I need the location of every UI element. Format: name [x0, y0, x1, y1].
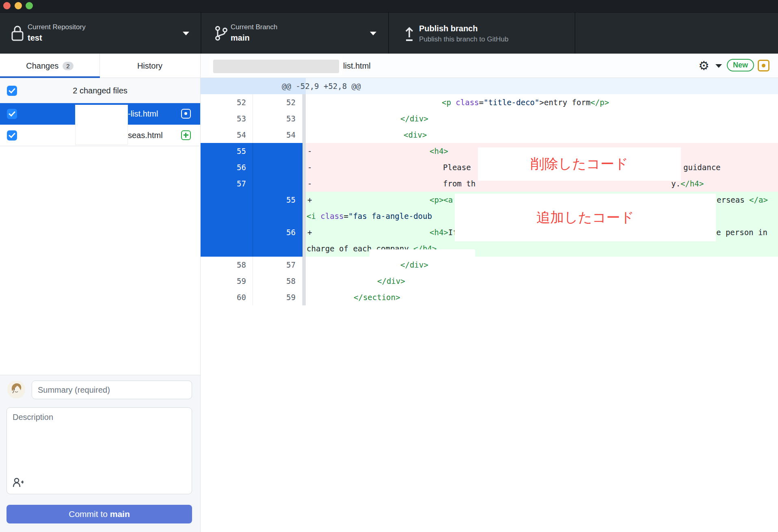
- lock-icon: [11, 25, 27, 41]
- old-line-number[interactable]: 57: [201, 175, 253, 192]
- old-line-number[interactable]: 52: [201, 94, 253, 110]
- commit-button[interactable]: Commit to main: [6, 505, 192, 523]
- titlebar: [0, 0, 778, 12]
- old-line-number[interactable]: [201, 192, 253, 224]
- gutter-divider: [303, 110, 306, 127]
- added-code-annotation: 追加したコード: [455, 194, 716, 241]
- tab-changes-label: Changes: [26, 61, 58, 71]
- diff-line: 5353</div>: [201, 110, 778, 127]
- code-line: </div>: [306, 273, 778, 289]
- summary-input[interactable]: [32, 381, 192, 399]
- current-repository-dropdown[interactable]: Current Repository test: [0, 13, 201, 54]
- old-line-number[interactable]: 53: [201, 110, 253, 127]
- sidebar: Changes 2 History 2 changed files -list.…: [0, 54, 201, 532]
- file-name: -list.html: [128, 103, 158, 125]
- old-line-number[interactable]: 59: [201, 273, 253, 289]
- file-checkbox[interactable]: [7, 109, 17, 119]
- old-line-number[interactable]: 56: [201, 159, 253, 175]
- gutter-divider: [303, 94, 306, 110]
- diff-line: 6059</section>: [201, 289, 778, 305]
- avatar: [7, 381, 25, 398]
- chevron-down-icon: [370, 32, 376, 35]
- publish-branch-subtitle: Publish this branch to GitHub: [419, 34, 508, 45]
- publish-branch-button[interactable]: Publish branch Publish this branch to Gi…: [389, 13, 575, 54]
- chevron-down-icon: [183, 32, 189, 35]
- publish-branch-title: Publish branch: [419, 23, 508, 34]
- diff-line: 5958</div>: [201, 273, 778, 289]
- modified-file-icon: [181, 109, 191, 119]
- github-desktop-window: Current Repository test Current Branch m…: [0, 0, 778, 532]
- close-window-button[interactable]: [3, 2, 11, 9]
- old-line-number[interactable]: 58: [201, 257, 253, 273]
- new-line-number[interactable]: 53: [253, 110, 303, 127]
- new-line-number[interactable]: 56: [253, 224, 303, 257]
- code-line: <div>: [306, 127, 778, 143]
- code-line: <p class="title-deco">entry form</p>: [306, 94, 778, 110]
- gutter-divider: [303, 159, 306, 175]
- upload-arrow-icon: [403, 26, 419, 42]
- filepath-redaction-box: [213, 60, 339, 73]
- new-line-number[interactable]: 54: [253, 127, 303, 143]
- gutter-divider: [303, 224, 306, 257]
- current-branch-dropdown[interactable]: Current Branch main: [201, 13, 388, 54]
- deleted-code-label: 削除したコード: [530, 155, 628, 173]
- gutter-divider: [303, 289, 306, 305]
- zoom-window-button[interactable]: [26, 2, 33, 9]
- old-line-number[interactable]: 54: [201, 127, 253, 143]
- diff-filename: list.html: [343, 54, 371, 78]
- new-badge: New: [727, 59, 754, 71]
- git-branch-icon: [214, 25, 231, 41]
- new-line-number[interactable]: [253, 159, 303, 175]
- tab-history[interactable]: History: [100, 54, 200, 78]
- diff-rows: @@ -52,9 +52,8 @@5252<p class="title-dec…: [201, 78, 778, 305]
- added-code-label: 追加したコード: [536, 208, 634, 227]
- toolbar: Current Repository test Current Branch m…: [0, 12, 778, 54]
- commit-area: Commit to main: [0, 375, 200, 532]
- diff-line: 5252<p class="title-deco">entry form</p>: [201, 94, 778, 110]
- diff-line: 5454<div>: [201, 127, 778, 143]
- changed-files-count: 2 changed files: [0, 78, 200, 103]
- changed-files-header: 2 changed files: [0, 78, 200, 103]
- current-branch-label: Current Branch: [231, 22, 277, 32]
- diff-line: 5857</div>: [201, 257, 778, 273]
- file-name: seas.html: [128, 125, 163, 146]
- old-line-number[interactable]: [201, 224, 253, 257]
- old-line-number[interactable]: 55: [201, 143, 253, 159]
- small-redaction-box: [370, 249, 475, 262]
- add-coauthor-icon[interactable]: [12, 477, 24, 488]
- sidebar-tabs: Changes 2 History: [0, 54, 200, 78]
- new-line-number[interactable]: [253, 175, 303, 192]
- new-line-number[interactable]: 57: [253, 257, 303, 273]
- commit-button-branch: main: [110, 509, 130, 519]
- chevron-down-icon[interactable]: [715, 64, 722, 68]
- partial-selection-icon[interactable]: [758, 60, 769, 71]
- tab-history-label: History: [137, 61, 162, 71]
- current-repository-value: test: [28, 32, 86, 43]
- minimize-window-button[interactable]: [15, 2, 22, 9]
- commit-button-prefix: Commit to: [69, 509, 110, 519]
- diff-header: list.html ⚙ New: [201, 54, 778, 78]
- code-line: </section>: [306, 289, 778, 305]
- gutter-divider: [303, 192, 306, 224]
- old-line-number[interactable]: 60: [201, 289, 253, 305]
- diff-hunk-header: @@ -52,9 +52,8 @@: [201, 78, 778, 94]
- new-line-number[interactable]: 58: [253, 273, 303, 289]
- new-line-number[interactable]: 55: [253, 192, 303, 224]
- gutter-divider: [303, 143, 306, 159]
- description-input[interactable]: [6, 407, 192, 494]
- new-line-number[interactable]: 59: [253, 289, 303, 305]
- new-line-number[interactable]: [253, 143, 303, 159]
- gear-icon[interactable]: ⚙: [698, 57, 709, 74]
- gutter-divider: [303, 127, 306, 143]
- current-branch-value: main: [231, 32, 277, 43]
- tab-changes[interactable]: Changes 2: [0, 54, 100, 78]
- code-line: </div>: [306, 110, 778, 127]
- new-line-number[interactable]: 52: [253, 94, 303, 110]
- deleted-code-annotation: 削除したコード: [478, 147, 681, 181]
- changes-count-badge: 2: [63, 62, 73, 70]
- gutter-divider: [303, 175, 306, 192]
- file-checkbox[interactable]: [7, 130, 17, 141]
- hunk-range-text: @@ -52,9 +52,8 @@: [282, 78, 361, 94]
- gutter-divider: [303, 273, 306, 289]
- gutter-divider: [303, 257, 306, 273]
